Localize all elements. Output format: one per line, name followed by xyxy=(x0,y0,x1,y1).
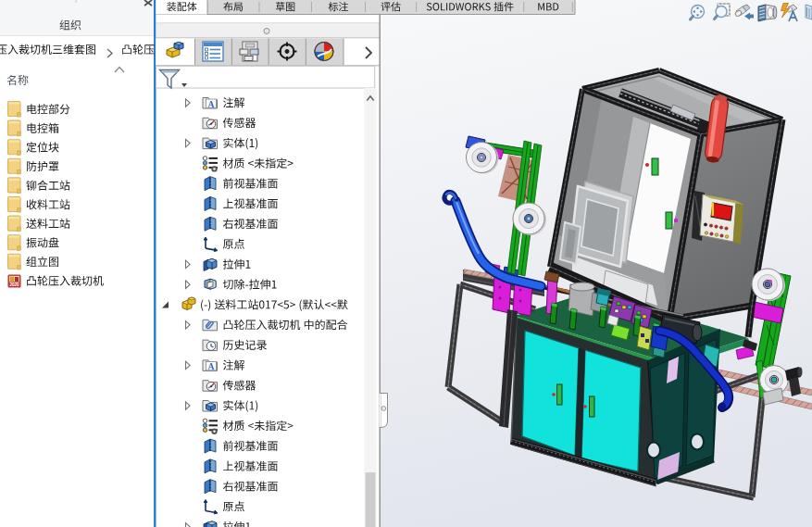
svg-text:2020: 2020 xyxy=(9,282,19,287)
svg-text:A: A xyxy=(208,100,215,109)
svg-text:A: A xyxy=(208,362,215,371)
